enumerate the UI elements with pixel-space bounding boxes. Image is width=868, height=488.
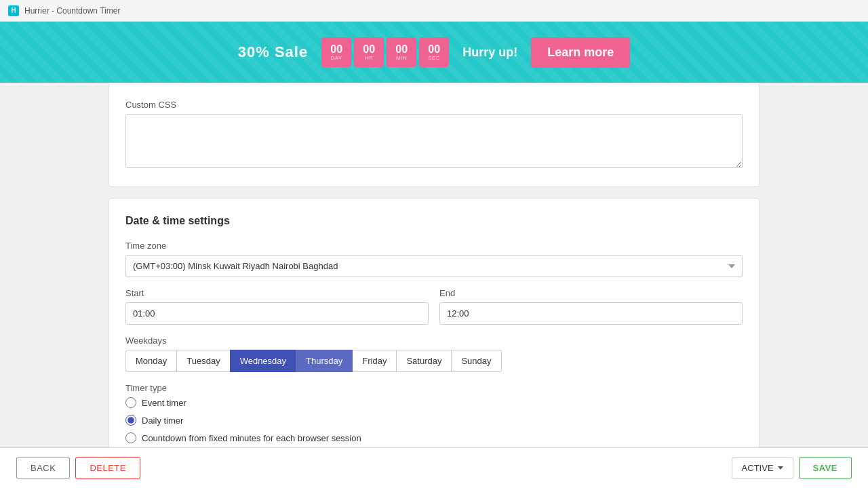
timer-box-hr: 00 HR <box>354 37 384 67</box>
banner: 30% Sale 00 DAY 00 HR 00 MIN 00 SEC Hurr… <box>0 22 868 83</box>
active-button[interactable]: ACTIVE <box>732 457 793 479</box>
main-content: Custom CSS Date & time settings Time zon… <box>0 83 868 488</box>
end-group: End <box>439 288 743 325</box>
learn-more-button[interactable]: Learn more <box>531 37 630 68</box>
timezone-select[interactable]: (GMT+03:00) Minsk Kuwait Riyadh Nairobi … <box>125 255 743 277</box>
weekdays-label: Weekdays <box>125 336 743 346</box>
weekday-sunday[interactable]: Sunday <box>451 350 501 372</box>
timer-type-event[interactable]: Event timer <box>125 397 743 408</box>
weekdays-buttons: Monday Tuesday Wednesday Thursday Friday… <box>125 350 743 372</box>
custom-css-label: Custom CSS <box>125 100 743 110</box>
banner-hurry-text: Hurry up! <box>462 45 517 60</box>
timer-type-event-radio[interactable] <box>125 397 136 408</box>
start-end-row: Start End <box>125 288 743 336</box>
start-group: Start <box>125 288 429 325</box>
end-input[interactable] <box>439 302 743 325</box>
weekday-saturday[interactable]: Saturday <box>396 350 452 372</box>
start-input[interactable] <box>125 302 429 325</box>
custom-css-card: Custom CSS <box>108 83 760 187</box>
timezone-group: Time zone (GMT+03:00) Minsk Kuwait Riyad… <box>125 241 743 277</box>
start-label: Start <box>125 288 429 298</box>
timer-box-day: 00 DAY <box>321 37 351 67</box>
timer-box-min: 00 MIN <box>387 37 416 67</box>
weekday-wednesday[interactable]: Wednesday <box>230 350 296 372</box>
bottom-bar: BACK DELETE ACTIVE SAVE <box>0 447 868 488</box>
bottom-left-buttons: BACK DELETE <box>16 457 140 479</box>
bottom-right-buttons: ACTIVE SAVE <box>732 457 852 479</box>
browser-title: Hurrier - Countdown Timer <box>24 6 120 16</box>
timer-type-daily[interactable]: Daily timer <box>125 415 743 426</box>
timer-type-countdown[interactable]: Countdown from fixed minutes for each br… <box>125 432 743 443</box>
delete-button[interactable]: DELETE <box>75 457 140 479</box>
date-time-card: Date & time settings Time zone (GMT+03:0… <box>108 198 760 471</box>
timer-type-group: Timer type Event timer Daily timer Count… <box>125 383 743 443</box>
start-col: Start <box>125 288 429 336</box>
timer-type-daily-label: Daily timer <box>142 415 183 426</box>
weekdays-group: Weekdays Monday Tuesday Wednesday Thursd… <box>125 336 743 372</box>
timezone-label: Time zone <box>125 241 743 251</box>
weekday-friday[interactable]: Friday <box>352 350 397 372</box>
weekday-tuesday[interactable]: Tuesday <box>176 350 230 372</box>
weekday-monday[interactable]: Monday <box>125 350 177 372</box>
timer-box-sec: 00 SEC <box>419 37 449 67</box>
back-button[interactable]: BACK <box>16 457 70 479</box>
custom-css-textarea[interactable] <box>125 114 743 168</box>
timer-type-radio-group: Event timer Daily timer Countdown from f… <box>125 397 743 443</box>
save-button[interactable]: SAVE <box>799 457 852 479</box>
browser-bar: H Hurrier - Countdown Timer <box>0 0 868 22</box>
timer-type-label: Timer type <box>125 383 743 393</box>
browser-icon: H <box>8 5 19 16</box>
timer-type-event-label: Event timer <box>142 398 186 408</box>
banner-sale-text: 30% Sale <box>238 43 308 61</box>
date-time-title: Date & time settings <box>125 215 743 227</box>
end-col: End <box>439 288 743 336</box>
timer-type-countdown-radio[interactable] <box>125 432 136 443</box>
active-chevron-icon <box>778 466 783 470</box>
timer-type-daily-radio[interactable] <box>125 415 136 426</box>
end-label: End <box>439 288 743 298</box>
weekday-thursday[interactable]: Thursday <box>296 350 353 372</box>
timer-boxes: 00 DAY 00 HR 00 MIN 00 SEC <box>321 37 449 67</box>
timer-type-countdown-label: Countdown from fixed minutes for each br… <box>142 433 361 443</box>
